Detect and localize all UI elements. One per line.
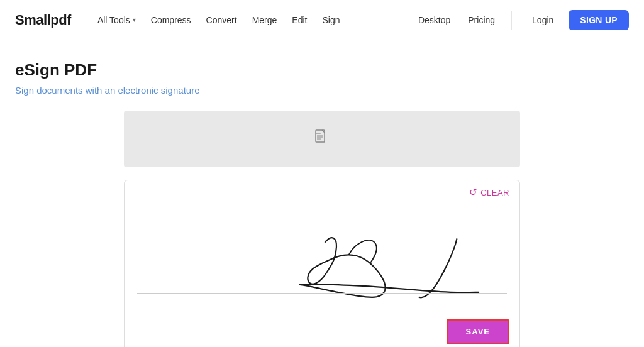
nav-item-pricing[interactable]: Pricing xyxy=(462,11,501,29)
page-title: eSign PDF xyxy=(15,60,629,80)
clear-button[interactable]: ↺ CLEAR xyxy=(469,187,509,198)
nav-item-desktop[interactable]: Desktop xyxy=(412,11,457,29)
file-icon xyxy=(315,129,329,149)
nav-item-edit[interactable]: Edit xyxy=(286,11,313,29)
save-button[interactable]: SAVE xyxy=(447,319,509,344)
signature-footer: SAVE xyxy=(125,311,519,347)
nav-divider xyxy=(511,11,512,30)
nav-item-convert[interactable]: Convert xyxy=(200,11,243,29)
nav-item-all-tools[interactable]: All Tools ▾ xyxy=(91,11,142,29)
nav-right: Desktop Pricing Login SIGN UP xyxy=(412,10,629,30)
signature-toolbar: ↺ CLEAR xyxy=(125,180,519,204)
login-button[interactable]: Login xyxy=(522,11,564,29)
main-content: eSign PDF Sign documents with an electro… xyxy=(0,40,644,347)
nav-left: All Tools ▾ Compress Convert Merge Edit … xyxy=(91,11,412,29)
chevron-down-icon: ▾ xyxy=(133,16,136,23)
signup-button[interactable]: SIGN UP xyxy=(569,10,629,30)
svg-rect-0 xyxy=(316,130,325,142)
file-drop-zone[interactable] xyxy=(124,111,520,167)
logo[interactable]: Smallpdf xyxy=(15,12,71,28)
page-subtitle: Sign documents with an electronic signat… xyxy=(15,85,629,96)
undo-icon: ↺ xyxy=(469,187,478,198)
nav-item-merge[interactable]: Merge xyxy=(246,11,284,29)
signature-panel: ↺ CLEAR SAVE xyxy=(124,180,520,347)
signature-canvas[interactable] xyxy=(125,204,519,311)
header: Smallpdf All Tools ▾ Compress Convert Me… xyxy=(0,0,644,40)
nav-item-compress[interactable]: Compress xyxy=(145,11,197,29)
nav-item-sign[interactable]: Sign xyxy=(316,11,346,29)
signature-baseline xyxy=(137,293,507,294)
